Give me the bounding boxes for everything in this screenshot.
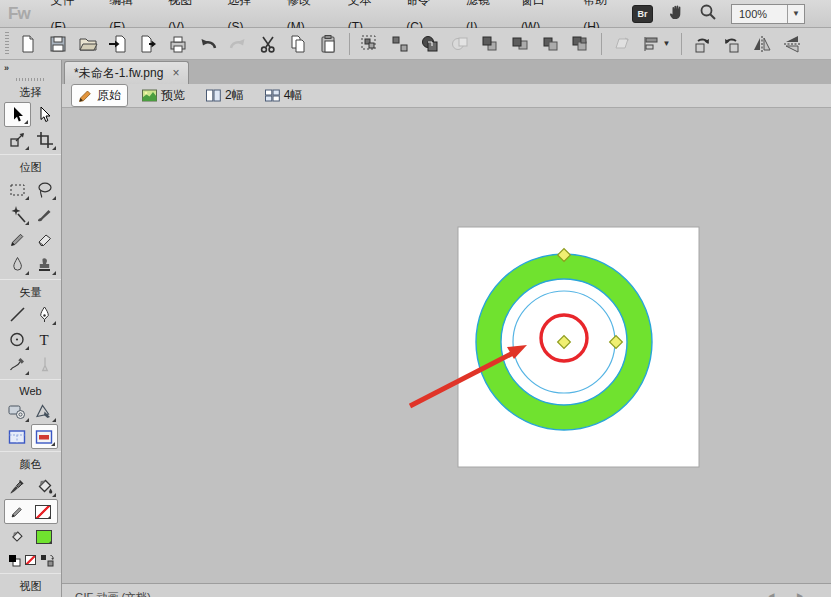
bring-forward-button[interactable] [508, 31, 532, 57]
bring-to-front-button[interactable] [478, 31, 502, 57]
stroke-color-swatch[interactable] [35, 505, 51, 519]
slice-tool[interactable] [4, 424, 31, 449]
cut-button[interactable] [256, 31, 280, 57]
save-button[interactable] [46, 31, 70, 57]
split-button[interactable] [448, 31, 472, 57]
import-button[interactable] [106, 31, 130, 57]
save-icon [48, 34, 68, 54]
section-divider [0, 379, 61, 380]
pen-tool[interactable] [31, 302, 58, 327]
slice-icon [8, 429, 26, 445]
knife-tool[interactable] [31, 352, 58, 377]
text-tool[interactable]: T [31, 327, 58, 352]
fill-color-well[interactable] [4, 524, 58, 549]
flip-vertical-button[interactable] [780, 31, 804, 57]
knife-icon [36, 356, 53, 373]
hand-icon[interactable] [667, 3, 685, 24]
print-icon [168, 34, 188, 54]
print-button[interactable] [166, 31, 190, 57]
rubber-stamp-tool[interactable] [31, 252, 58, 277]
new-document-button[interactable] [16, 31, 40, 57]
zoom-level-dropdown[interactable]: 100% ▼ [731, 4, 805, 24]
line-icon [9, 306, 26, 323]
stroke-color-well[interactable] [4, 499, 58, 524]
fireworks-logo: Fw [8, 4, 30, 24]
polygon-hotspot-tool[interactable] [31, 399, 58, 424]
export-icon [138, 34, 158, 54]
section-label-bitmap: 位图 [0, 157, 61, 177]
scale-tool[interactable] [4, 127, 31, 152]
canvas-drawing [62, 108, 831, 583]
svg-text:T: T [39, 332, 48, 348]
pencil-icon [9, 231, 26, 248]
section-divider [0, 451, 61, 452]
transform-button[interactable] [610, 31, 634, 57]
undo-button[interactable] [196, 31, 220, 57]
transform-icon [612, 34, 632, 54]
align-button[interactable]: ▼ [640, 31, 672, 57]
rotate-ccw-icon [692, 34, 712, 54]
magic-wand-tool[interactable] [4, 202, 31, 227]
panel-grip[interactable] [16, 78, 46, 81]
animation-playback-controls[interactable]: ◄ ► [766, 590, 813, 597]
pointer-tool[interactable] [4, 102, 31, 127]
swap-colors-icon[interactable] [40, 554, 54, 567]
lasso-tool[interactable] [31, 177, 58, 202]
chevron-down-icon[interactable]: ▼ [787, 5, 804, 23]
collapse-panel-button[interactable]: » [0, 60, 61, 76]
view-mode-bar: 原始 预览 2幅 4幅 [62, 84, 831, 108]
split-icon [450, 34, 470, 54]
crop-tool[interactable] [31, 127, 58, 152]
stroke-pencil-icon [10, 505, 24, 519]
group-button[interactable] [358, 31, 382, 57]
fill-color-swatch[interactable] [36, 530, 52, 544]
toolbar-separator [681, 33, 682, 55]
open-button[interactable] [76, 31, 100, 57]
redo-button[interactable] [226, 31, 250, 57]
paste-button[interactable] [316, 31, 340, 57]
section-label-vector: 矢量 [0, 282, 61, 302]
view-mode-preview[interactable]: 预览 [135, 84, 192, 107]
ellipse-tool[interactable] [4, 327, 31, 352]
send-to-back-button[interactable] [568, 31, 592, 57]
rotate-cw-icon [722, 34, 742, 54]
open-folder-icon [78, 34, 98, 54]
subselection-tool[interactable] [31, 102, 58, 127]
flip-horizontal-button[interactable] [750, 31, 774, 57]
send-backward-button[interactable] [538, 31, 562, 57]
join-button[interactable] [418, 31, 442, 57]
view-mode-2up[interactable]: 2幅 [199, 84, 251, 107]
search-icon[interactable] [699, 3, 717, 24]
view-mode-label: 预览 [161, 87, 185, 104]
export-button[interactable] [136, 31, 160, 57]
brush-tool[interactable] [31, 202, 58, 227]
rotate-90-cw-button[interactable] [720, 31, 744, 57]
marquee-tool[interactable] [4, 177, 31, 202]
eyedropper-tool[interactable] [4, 474, 31, 499]
bridge-button[interactable]: Br [632, 5, 653, 23]
no-color-icon[interactable] [25, 555, 36, 565]
magic-wand-icon [9, 206, 26, 223]
view-mode-4up[interactable]: 4幅 [258, 84, 310, 107]
hide-slices-tool[interactable] [31, 424, 58, 449]
ungroup-button[interactable] [388, 31, 412, 57]
flip-vertical-icon [782, 34, 802, 54]
paint-bucket-tool[interactable] [31, 474, 58, 499]
copy-button[interactable] [286, 31, 310, 57]
rectangle-hotspot-tool[interactable] [4, 399, 31, 424]
import-icon [108, 34, 128, 54]
pencil-tool[interactable] [4, 227, 31, 252]
rotate-90-ccw-button[interactable] [690, 31, 714, 57]
color-tools [0, 474, 61, 499]
view-mode-original[interactable]: 原始 [71, 84, 128, 107]
default-colors-icon[interactable] [8, 554, 21, 567]
line-tool[interactable] [4, 302, 31, 327]
eraser-tool[interactable] [31, 227, 58, 252]
toolbar-grip[interactable] [3, 32, 10, 56]
canvas-area[interactable] [62, 108, 831, 583]
blur-tool[interactable] [4, 252, 31, 277]
text-icon: T [36, 331, 53, 348]
freeform-tool[interactable] [4, 352, 31, 377]
document-tab[interactable]: *未命名-1.fw.png × [64, 61, 189, 84]
close-icon[interactable]: × [172, 67, 179, 79]
